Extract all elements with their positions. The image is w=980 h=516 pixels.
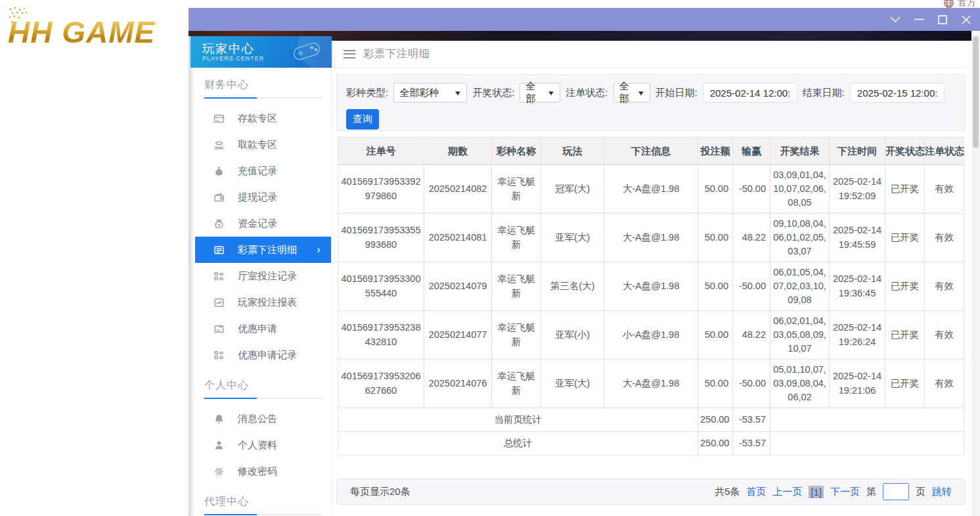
site-background: HH GAME — [0, 0, 189, 516]
sidebar-item-label: 厅室投注记录 — [238, 270, 297, 283]
logo-sparkle-dots — [7, 7, 37, 26]
lottery-type-label: 彩种类型: — [346, 87, 388, 99]
select-caret-icon: ▼ — [636, 89, 645, 97]
bell-icon — [213, 413, 225, 425]
window-titlebar — [189, 8, 980, 31]
total-summary-row: 总统计 250.00 -53.57 — [338, 432, 964, 456]
hall-list-icon — [213, 271, 225, 282]
section-agent-center: 代理中心 — [204, 495, 322, 509]
page-summary-label: 当前页统计 — [338, 408, 698, 432]
col-play: 玩法 — [541, 137, 604, 165]
sidebar-item-promo-apply-records[interactable]: 优惠申请记录 — [195, 342, 331, 368]
search-button[interactable]: 查询 — [346, 109, 379, 129]
sidebar-item-label: 彩票下注明细 — [238, 244, 297, 256]
col-bet-id: 注单号 — [338, 137, 424, 165]
section-divider — [204, 97, 322, 99]
total-summary-label: 总统计 — [338, 432, 698, 456]
sidebar-title: 玩家中心 — [202, 41, 255, 57]
sidebar-item-withdraw-zone[interactable]: 取款专区 — [195, 131, 331, 158]
order-status-label: 注单状态: — [566, 87, 608, 99]
jump-link[interactable]: 跳转 — [932, 486, 952, 498]
chevron-right-icon: › — [317, 243, 321, 256]
page-summary-amount: 250.00 — [698, 408, 733, 432]
end-date-input[interactable] — [850, 83, 945, 103]
sidebar-item-fund-records[interactable]: 资金记录 — [195, 210, 331, 237]
section-divider — [204, 514, 322, 515]
site-logo: HH GAME — [8, 14, 185, 58]
maximize-icon — [938, 15, 947, 24]
bank-card-icon — [213, 113, 225, 124]
sidebar-item-promo-apply[interactable]: 优惠申请 — [195, 316, 331, 342]
sidebar-subtitle: PLAYERS CENTER — [202, 55, 264, 62]
coupon-list-icon — [213, 350, 225, 361]
filter-panel: 彩种类型: 全部彩种▼ 开奖状态: 全部▼ 注单状态: 全部▼ 开始日期: 结束… — [336, 74, 966, 131]
sidebar-item-label: 充值记录 — [238, 165, 277, 177]
page-suffix-text: 页 — [916, 486, 925, 498]
main-header: 彩票下注明细 — [332, 41, 972, 68]
chevron-down-icon — [890, 16, 901, 22]
page-prefix-text: 第 — [866, 486, 876, 498]
sidebar-item-label: 玩家投注报表 — [238, 296, 297, 309]
lottery-type-select[interactable]: 全部彩种▼ — [393, 83, 467, 103]
vertical-scrollbar[interactable] — [971, 31, 980, 516]
page-summary-row: 当前页统计 250.00 -53.57 — [338, 408, 964, 432]
sidebar-item-label: 优惠申请记录 — [238, 349, 297, 362]
sidebar-item-profile[interactable]: 个人资料 — [195, 432, 331, 458]
draw-status-select[interactable]: 全部▼ — [520, 83, 560, 103]
table-row: 401569173953238432810 20250214077 幸运飞艇新 … — [338, 311, 964, 360]
start-date-input[interactable] — [703, 83, 797, 103]
window-close-button[interactable] — [958, 11, 975, 28]
sidebar-item-player-bet-report[interactable]: 玩家投注报表 — [195, 289, 331, 316]
sidebar-item-label: 消息公告 — [238, 413, 277, 425]
page-summary-winloss: -53.57 — [733, 408, 770, 432]
col-period: 期数 — [424, 137, 492, 165]
sidebar-item-deposit-zone[interactable]: 存款专区 — [195, 105, 331, 131]
col-lottery: 彩种名称 — [492, 137, 541, 165]
sidebar-item-hall-bet-records[interactable]: 厅室投注记录 — [195, 263, 331, 289]
sidebar-item-label: 资金记录 — [238, 218, 277, 230]
sidebar-menu: 财务中心 存款专区 取款专区 — [195, 68, 332, 516]
total-count-text: 共5条 — [715, 486, 740, 498]
sidebar-item-label: 提现记录 — [238, 191, 277, 204]
table-header-row: 注单号 期数 彩种名称 玩法 下注信息 投注额 输赢 开奖结果 下注时间 开奖状… — [338, 137, 964, 165]
sidebar-item-recharge-records[interactable]: 充值记录 — [195, 158, 331, 184]
col-win-loss: 输赢 — [733, 137, 770, 165]
page-jump-input[interactable] — [883, 483, 909, 500]
col-bet-time: 下注时间 — [830, 137, 885, 165]
first-page-link[interactable]: 首页 — [746, 486, 766, 498]
sidebar-item-label: 修改密码 — [238, 465, 277, 478]
hamburger-menu-icon[interactable] — [344, 50, 355, 59]
sidebar-item-announcements[interactable]: 消息公告 — [195, 406, 331, 432]
sidebar-item-lottery-bet-details[interactable]: 彩票下注明细 › — [195, 237, 331, 263]
pagination-bar: 每页显示20条 共5条 首页 上一页 [1] 下一页 第 页 跳转 — [336, 479, 966, 505]
window-maximize-button[interactable] — [934, 11, 951, 28]
end-date-label: 结束日期: — [803, 87, 845, 99]
prev-page-link[interactable]: 上一页 — [772, 486, 802, 498]
money-bag-icon — [213, 166, 225, 177]
gear-icon — [213, 466, 225, 477]
scrollbar-thumb[interactable] — [973, 36, 979, 148]
col-result: 开奖结果 — [770, 137, 830, 165]
total-summary-amount: 250.00 — [698, 432, 733, 456]
coupon-icon — [213, 323, 225, 335]
order-status-select[interactable]: 全部▼ — [613, 83, 650, 103]
sidebar-item-label: 存款专区 — [238, 112, 277, 125]
col-order-status: 注单状态 — [925, 137, 964, 165]
table-row: 401569173953206627660 20250214076 幸运飞艇新 … — [338, 360, 964, 408]
table-row: 401569173953355993680 20250214081 幸运飞艇新 … — [338, 214, 964, 262]
close-icon — [962, 15, 971, 24]
start-date-label: 开始日期: — [656, 87, 698, 99]
current-page-indicator: [1] — [809, 486, 824, 498]
section-finance-center: 财务中心 — [204, 78, 322, 92]
col-draw-status: 开奖状态 — [885, 137, 925, 165]
sidebar-item-change-password[interactable]: 修改密码 — [195, 458, 331, 484]
next-page-link[interactable]: 下一页 — [830, 486, 860, 498]
wallet-icon — [213, 192, 225, 203]
window-minimize-button[interactable] — [910, 11, 927, 28]
window-collapse-button[interactable] — [887, 11, 904, 28]
minimize-icon — [914, 18, 924, 20]
report-chart-icon — [213, 297, 225, 308]
sidebar-item-withdrawal-records[interactable]: 提现记录 — [195, 184, 331, 210]
col-amount: 投注额 — [698, 137, 733, 165]
page-title: 彩票下注明细 — [363, 47, 430, 61]
